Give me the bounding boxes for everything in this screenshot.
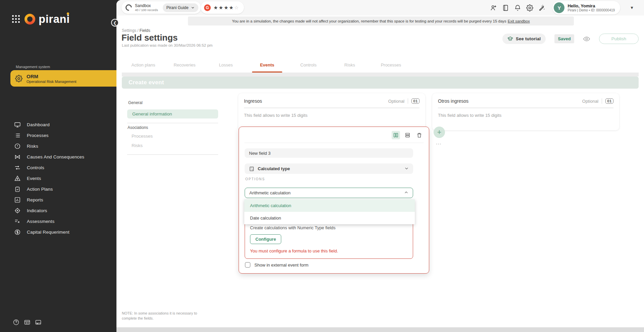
tab-action-plans[interactable]: Action plans: [124, 57, 163, 73]
sidebar-item-reports[interactable]: Reports: [0, 194, 116, 205]
star-outline-icon: ☆: [234, 5, 239, 10]
publish-button[interactable]: Publish: [599, 34, 639, 44]
sidebar-item-events[interactable]: Events: [0, 173, 116, 184]
breadcrumb-settings[interactable]: Settings: [122, 28, 136, 33]
panel-icon[interactable]: [35, 319, 42, 326]
general-section-label: General: [128, 100, 143, 105]
settings-gear-icon[interactable]: [526, 4, 533, 11]
top-bar: Sandbox 40 / 100 records Pirani Guide G …: [116, 0, 644, 15]
app-launcher-icon[interactable]: [12, 15, 20, 23]
sidebar-item-action-plans[interactable]: Action Plans: [0, 184, 116, 194]
user-menu[interactable]: Y Hello, Yomira Pirani | Demo • ID: 0000…: [552, 1, 620, 14]
option-arithmetic-calculation[interactable]: Arithmetic calculation: [244, 199, 415, 212]
chevron-down-icon: [404, 166, 409, 172]
divider: [408, 98, 408, 104]
rating-stars[interactable]: ★★★★☆: [213, 5, 239, 11]
table-icon[interactable]: [24, 319, 31, 326]
trash-icon[interactable]: [415, 131, 424, 139]
show-external-label: Show in external event form: [254, 263, 308, 268]
main-content: Sandbox 40 / 100 records Pirani Guide G …: [116, 0, 644, 332]
field-name-input[interactable]: [245, 148, 413, 158]
sidebar-nav: Dashboard Processes Risks Causes And Con…: [0, 119, 116, 237]
dollar-circle-icon: [14, 229, 21, 235]
tab-recoveries[interactable]: Recoveries: [165, 57, 204, 73]
star-icon: ★: [224, 5, 229, 10]
simulation-banner: You are in a simulation, the changes mad…: [188, 16, 574, 26]
formula-config-box: Create calculations with Numeric Type fi…: [245, 218, 413, 259]
pirani-guide-dropdown[interactable]: Pirani Guide: [163, 3, 198, 12]
sidebar-item-assessments[interactable]: Assessments: [0, 216, 116, 227]
sandbox-status-card: Sandbox 40 / 100 records Pirani Guide: [121, 1, 201, 14]
star-icon: ★: [218, 5, 224, 10]
tab-risks[interactable]: Risks: [330, 57, 369, 73]
top-bar-actions: Y Hello, Yomira Pirani | Demo • ID: 0000…: [490, 0, 634, 15]
field-name: Otros ingresos: [438, 98, 468, 104]
selected-option: Arithmetic calculation: [249, 190, 291, 195]
field-name: Ingresos: [244, 98, 262, 104]
notifications-bell-icon[interactable]: [514, 4, 521, 11]
field-type-label: Calculated type: [258, 166, 290, 171]
option-date-calculation[interactable]: Date calculation: [244, 212, 415, 224]
options-label: OPTIONS: [245, 177, 265, 181]
editor-toolbar: [392, 131, 424, 139]
magic-wand-icon[interactable]: [538, 4, 545, 11]
field-order-badge: 01: [605, 98, 613, 104]
editor-divider: [244, 143, 424, 143]
last-publication-text: Last publication was made on 30/Mar/2026…: [122, 43, 212, 47]
calculation-type-select[interactable]: Arithmetic calculation: [245, 188, 413, 198]
module-switcher-orm[interactable]: ORM Operational Risk Management: [10, 70, 116, 87]
form-nav-risks[interactable]: Risks: [132, 143, 143, 148]
form-nav-divider: [127, 154, 218, 155]
tab-processes[interactable]: Processes: [371, 57, 410, 73]
sidebar-item-risks[interactable]: Risks: [0, 141, 116, 151]
preview-eye-icon[interactable]: [583, 35, 590, 43]
more-options-dots[interactable]: ...: [436, 140, 441, 146]
add-field-button[interactable]: +: [434, 127, 445, 138]
form-nav-processes[interactable]: Processes: [132, 134, 153, 139]
sidebar-item-controls[interactable]: Controls: [0, 162, 116, 173]
field-input-underline: [244, 108, 419, 108]
show-external-checkbox[interactable]: [245, 262, 250, 268]
sidebar-item-capital-requeriment[interactable]: Capital Requeriment: [0, 227, 116, 237]
single-column-layout-icon[interactable]: [403, 131, 412, 139]
tab-controls[interactable]: Controls: [289, 57, 328, 73]
pirani-logo[interactable]: pirani: [12, 13, 70, 25]
configure-button[interactable]: Configure: [250, 234, 281, 244]
knowledge-book-icon[interactable]: [502, 4, 509, 11]
bottom-scrollbar-strip[interactable]: [116, 327, 644, 332]
user-chevron-down-icon[interactable]: ▼: [630, 5, 634, 10]
tabbar-divider: [122, 73, 639, 77]
bar-chart-icon: [14, 197, 21, 203]
field-type-select[interactable]: Calculated type: [245, 163, 413, 174]
sidebar-item-dashboard[interactable]: Dashboard: [0, 119, 116, 130]
brand-wordmark: pirani: [39, 13, 70, 25]
page-title: Field settings: [121, 33, 178, 43]
rating-card[interactable]: G ★★★★☆: [201, 1, 244, 14]
app-screen: pirani Management system ORM Operational…: [0, 0, 644, 332]
invite-user-icon[interactable]: [490, 4, 497, 11]
field-card-ingresos[interactable]: Ingresos Optional 01 This field allows t…: [238, 93, 425, 130]
progress-ring-icon: [124, 3, 133, 12]
chevron-up-icon: [404, 190, 408, 196]
sandbox-records: 40 / 100 records: [135, 8, 158, 12]
sidebar-item-processes[interactable]: Processes: [0, 130, 116, 141]
help-icon[interactable]: [13, 319, 19, 326]
see-tutorial-button[interactable]: See tutorial: [502, 34, 546, 44]
field-optional-label: Optional: [582, 99, 598, 104]
sidebar-item-indicators[interactable]: Indicators: [0, 205, 116, 216]
tab-losses[interactable]: Losses: [206, 57, 245, 73]
g2-logo-icon: G: [204, 4, 211, 11]
sidebar-item-causes-and-consequences[interactable]: Causes And Consequences: [0, 151, 116, 162]
form-nav-divider: [127, 123, 218, 123]
sidebar-collapse-button[interactable]: ❮: [111, 19, 119, 27]
field-order-badge: 01: [411, 98, 419, 104]
tab-events[interactable]: Events: [248, 57, 287, 73]
avatar: Y: [554, 2, 564, 13]
exit-sandbox-link[interactable]: Exit sandbox: [508, 19, 530, 23]
field-card-otros-ingresos[interactable]: Otros ingresos Optional 01 This field al…: [432, 93, 619, 130]
form-nav-general-information[interactable]: General information: [127, 109, 218, 118]
user-greeting: Hello, Yomira: [567, 3, 615, 8]
two-column-layout-icon[interactable]: [392, 131, 400, 139]
alert-circle-icon: [14, 143, 21, 149]
calculation-type-dropdown: Arithmetic calculation Date calculation: [244, 199, 415, 224]
